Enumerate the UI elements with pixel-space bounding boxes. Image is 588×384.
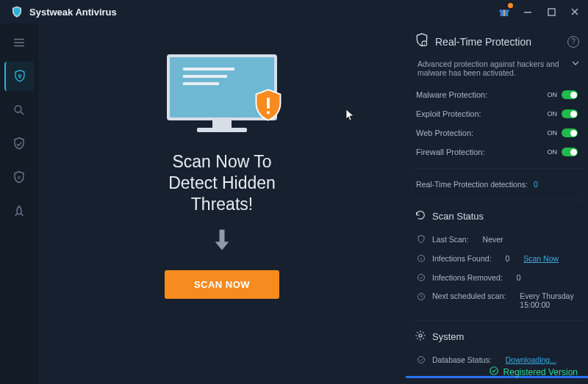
svg-point-6 [15,106,21,112]
menu-toggle-icon[interactable] [4,28,34,57]
scan-status-heading: Scan Status [415,209,579,223]
sidebar-item-protection[interactable] [4,62,34,91]
minimize-button[interactable] [520,4,535,19]
check-circle-icon [416,355,426,365]
app-logo-icon [10,5,24,18]
detections-label: Real-Time Protection detections: [416,180,528,189]
main-content: Scan Now To Detect Hidden Threats! SCAN … [38,23,406,384]
clock-icon [416,291,426,302]
exploit-toggle[interactable]: ON [548,109,578,118]
scan-now-link[interactable]: Scan Now [523,254,559,263]
sidebar-item-quarantine[interactable] [4,129,34,159]
check-shield-icon [416,234,426,244]
gear-icon [415,330,426,344]
footer-status: Registered Version [489,366,578,378]
svg-text:i: i [424,42,425,46]
help-icon[interactable]: ? [567,36,579,48]
toggle-label: Firewall Protection: [416,148,485,156]
side-panel: i Real-Time Protection ? Advanced protec… [406,23,588,384]
check-circle-icon [489,366,499,378]
shield-info-icon: i [415,32,429,51]
sidebar-item-scan[interactable] [4,95,34,125]
sidebar-item-boost[interactable] [4,197,34,226]
toggle-label: Web Protection: [416,128,473,137]
svg-rect-4 [548,8,554,15]
close-button[interactable] [567,4,582,19]
detections-value: 0 [534,180,538,189]
svg-rect-8 [267,98,270,109]
sidebar: e [0,23,38,384]
rtp-heading-text: Real-Time Protection [435,36,531,48]
svg-point-17 [490,367,498,375]
warning-shield-icon [252,88,284,129]
db-status-value: Downloading... [505,355,556,364]
refresh-icon [415,209,426,223]
rtp-heading: i Real-Time Protection ? [415,32,579,51]
arrow-down-icon [212,228,232,257]
svg-point-5 [18,75,21,77]
malware-toggle[interactable]: ON [548,90,578,99]
title-bar: Systweak Antivirus [0,0,588,23]
check-circle-icon [416,272,426,283]
toggle-label: Exploit Protection: [416,109,481,118]
svg-point-15 [419,334,422,337]
web-toggle[interactable]: ON [548,128,578,137]
toggle-label: Malware Protection: [416,90,487,99]
firewall-toggle[interactable]: ON [548,148,578,156]
svg-rect-9 [267,112,270,115]
scan-now-button[interactable]: SCAN NOW [165,270,279,299]
footer-text: Registered Version [503,367,578,377]
cta-heading: Scan Now To Detect Hidden Threats! [168,151,276,214]
sidebar-item-browser[interactable]: e [4,163,34,192]
app-title: Systweak Antivirus [29,7,117,18]
rtp-status-text: Advanced protection against hackers and … [417,59,567,77]
svg-rect-2 [503,10,504,16]
maximize-button[interactable] [544,4,559,19]
info-icon [416,253,426,264]
system-heading: System [415,330,579,344]
svg-rect-3 [524,12,531,13]
monitor-illustration [167,54,277,135]
svg-text:e: e [17,174,20,181]
chevron-down-icon[interactable] [572,59,579,68]
cursor-icon [345,109,356,125]
gift-icon[interactable] [497,4,512,19]
